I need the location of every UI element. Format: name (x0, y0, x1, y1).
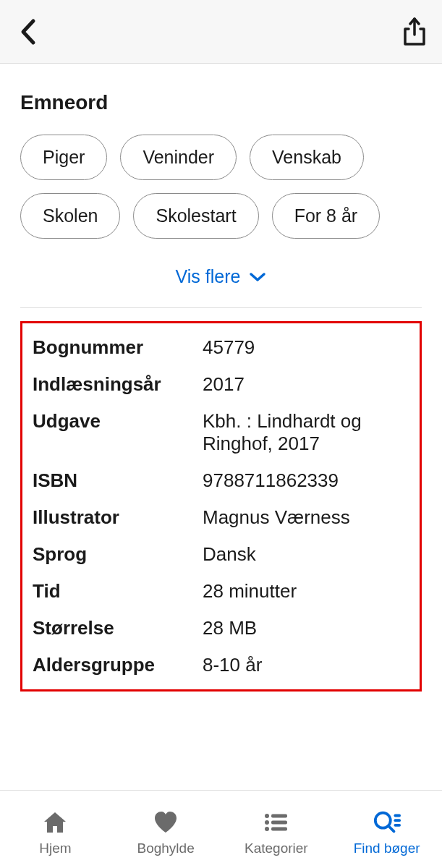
share-icon (401, 17, 428, 46)
detail-value-udgave: Kbh. : Lindhardt og Ringhof, 2017 (203, 410, 409, 455)
chevron-left-icon (19, 18, 36, 46)
chevron-down-icon (249, 272, 266, 282)
tag-for-8-aar[interactable]: For 8 år (272, 193, 381, 239)
detail-value-illustrator: Magnus Værness (203, 506, 409, 529)
svg-rect-4 (271, 820, 287, 824)
tabbar: Hjem Boghylde Kategorier (0, 790, 442, 868)
detail-label-tid: Tid (33, 580, 203, 603)
svg-rect-6 (271, 827, 287, 830)
details-box: Bognummer 45779 Indlæsningsår 2017 Udgav… (20, 321, 422, 692)
svg-rect-2 (271, 814, 287, 817)
tag-skolestart[interactable]: Skolestart (133, 193, 258, 239)
svg-line-8 (388, 825, 394, 831)
list-icon (263, 809, 290, 836)
section-title: Emneord (20, 91, 422, 114)
back-button[interactable] (13, 17, 42, 46)
detail-label-udgave: Udgave (33, 410, 203, 455)
detail-value-bognummer: 45779 (203, 336, 409, 359)
tab-label-hjem: Hjem (39, 841, 71, 856)
tab-kategorier[interactable]: Kategorier (221, 791, 332, 868)
tab-label-boghylde: Boghylde (137, 841, 195, 856)
detail-row: Størrelse 28 MB (33, 617, 409, 639)
content-area: Emneord Piger Veninder Venskab Skolen Sk… (0, 64, 442, 790)
svg-point-1 (265, 814, 269, 818)
detail-value-stoerrelse: 28 MB (203, 617, 409, 639)
tab-label-kategorier: Kategorier (245, 841, 308, 856)
tab-hjem[interactable]: Hjem (0, 791, 111, 868)
detail-label-illustrator: Illustrator (33, 506, 203, 529)
heart-icon (152, 809, 179, 836)
detail-row: ISBN 9788711862339 (33, 469, 409, 492)
detail-label-stoerrelse: Størrelse (33, 617, 203, 639)
detail-value-aldersgruppe: 8-10 år (203, 654, 409, 676)
detail-label-aldersgruppe: Aldersgruppe (33, 654, 203, 676)
tag-piger[interactable]: Piger (20, 135, 107, 180)
divider (20, 307, 422, 308)
show-more-button[interactable]: Vis flere (20, 266, 422, 287)
detail-value-tid: 28 minutter (203, 580, 409, 603)
detail-row: Indlæsningsår 2017 (33, 373, 409, 396)
detail-label-sprog: Sprog (33, 543, 203, 566)
svg-point-3 (265, 820, 269, 825)
home-icon (41, 809, 69, 836)
detail-value-indlaesningsaar: 2017 (203, 373, 409, 396)
detail-row: Tid 28 minutter (33, 580, 409, 603)
detail-row: Aldersgruppe 8-10 år (33, 654, 409, 676)
detail-label-isbn: ISBN (33, 469, 203, 492)
tab-boghylde[interactable]: Boghylde (111, 791, 221, 868)
share-button[interactable] (400, 17, 429, 46)
detail-row: Illustrator Magnus Værness (33, 506, 409, 529)
detail-label-bognummer: Bognummer (33, 336, 203, 359)
tab-find-boeger[interactable]: Find bøger (331, 791, 442, 868)
detail-value-sprog: Dansk (203, 543, 409, 566)
header (0, 0, 442, 64)
tags-container: Piger Veninder Venskab Skolen Skolestart… (20, 135, 422, 239)
svg-point-5 (265, 827, 269, 831)
tab-label-find-boeger: Find bøger (354, 841, 420, 856)
detail-row: Bognummer 45779 (33, 336, 409, 359)
detail-row: Sprog Dansk (33, 543, 409, 566)
detail-row: Udgave Kbh. : Lindhardt og Ringhof, 2017 (33, 410, 409, 455)
tag-veninder[interactable]: Veninder (120, 135, 237, 180)
tag-venskab[interactable]: Venskab (250, 135, 364, 180)
detail-label-indlaesningsaar: Indlæsningsår (33, 373, 203, 396)
detail-value-isbn: 9788711862339 (203, 469, 409, 492)
show-more-label: Vis flere (176, 266, 241, 287)
tag-skolen[interactable]: Skolen (20, 193, 120, 239)
search-icon (373, 809, 401, 836)
